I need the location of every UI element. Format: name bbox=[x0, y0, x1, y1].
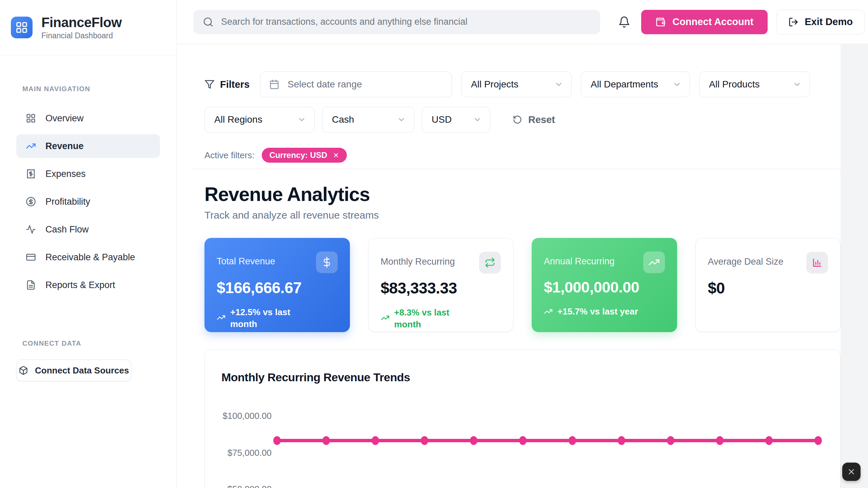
trend-data-point[interactable] bbox=[372, 436, 379, 445]
page-subtitle: Track and analyze all revenue streams bbox=[204, 209, 841, 221]
products-select-value: All Products bbox=[709, 79, 760, 90]
top-header: Connect Account Exit Demo bbox=[176, 0, 868, 44]
trending-up-icon bbox=[217, 313, 225, 322]
regions-select-value: All Regions bbox=[214, 114, 262, 125]
date-range-input[interactable] bbox=[287, 79, 443, 90]
stat-card-label: Annual Recurring bbox=[544, 256, 615, 267]
file-text-icon bbox=[26, 280, 36, 290]
bar-chart-icon bbox=[806, 252, 828, 273]
active-filters-row: Active filters: Currency: USD bbox=[204, 148, 841, 163]
mrr-trend-line bbox=[277, 436, 818, 445]
filters-title: Filters bbox=[220, 79, 250, 90]
departments-select-value: All Departments bbox=[591, 79, 658, 90]
active-filter-badge-currency[interactable]: Currency: USD bbox=[262, 148, 347, 163]
package-icon bbox=[19, 366, 28, 375]
trend-data-point[interactable] bbox=[814, 436, 822, 445]
sidebar-item-label: Cash Flow bbox=[45, 224, 89, 235]
connect-account-label: Connect Account bbox=[672, 16, 753, 27]
stat-card-delta-text: +8.3% vs last month bbox=[394, 307, 466, 330]
global-search[interactable] bbox=[193, 10, 600, 34]
calendar-icon bbox=[269, 79, 279, 89]
trending-up-icon bbox=[381, 313, 390, 322]
y-axis-tick-75k: $75,000.00 bbox=[221, 448, 272, 458]
connect-account-button[interactable]: Connect Account bbox=[641, 10, 768, 34]
app-title: FinanceFlow bbox=[41, 15, 122, 30]
credit-card-icon bbox=[26, 252, 36, 262]
sidebar-item-label: Revenue bbox=[45, 141, 84, 151]
bell-icon bbox=[618, 16, 630, 28]
connect-data-sources-button[interactable]: Connect Data Sources bbox=[16, 360, 131, 381]
stat-card-value: $166,666.67 bbox=[217, 279, 338, 297]
date-range-field[interactable] bbox=[260, 72, 452, 97]
sidebar-item-overview[interactable]: Overview bbox=[16, 106, 160, 130]
section-divider bbox=[192, 169, 841, 169]
sidebar-item-label: Expenses bbox=[45, 169, 86, 179]
trend-data-point[interactable] bbox=[470, 436, 477, 445]
trend-data-point[interactable] bbox=[618, 436, 625, 445]
chevron-down-icon bbox=[554, 80, 563, 89]
connect-data-label: CONNECT DATA bbox=[22, 340, 176, 347]
repeat-icon bbox=[479, 252, 501, 273]
regions-select[interactable]: All Regions bbox=[204, 107, 315, 133]
sidebar-item-revenue[interactable]: Revenue bbox=[16, 134, 160, 158]
filters-caption: Filters bbox=[204, 79, 250, 90]
main-navigation-label: MAIN NAVIGATION bbox=[22, 85, 176, 93]
projects-select[interactable]: All Projects bbox=[461, 72, 572, 97]
trend-data-point[interactable] bbox=[716, 436, 724, 445]
trend-line-segment bbox=[277, 439, 818, 442]
sidebar-item-reports-export[interactable]: Reports & Export bbox=[16, 273, 160, 297]
circle-dollar-icon bbox=[26, 197, 36, 207]
wallet-icon bbox=[655, 17, 666, 27]
floating-close-button[interactable] bbox=[842, 463, 861, 481]
reset-filters-button[interactable]: Reset bbox=[511, 114, 557, 126]
trend-data-point[interactable] bbox=[322, 436, 330, 445]
sidebar-item-label: Overview bbox=[45, 113, 84, 124]
trend-data-point[interactable] bbox=[667, 436, 674, 445]
close-icon[interactable] bbox=[333, 152, 339, 159]
products-select[interactable]: All Products bbox=[699, 72, 810, 97]
stat-card-delta-text: +15.7% vs last year bbox=[557, 306, 638, 318]
filter-funnel-icon bbox=[204, 79, 215, 89]
y-axis-tick-50k: $50,000.00 bbox=[221, 484, 272, 488]
stat-card-label: Monthly Recurring bbox=[381, 257, 455, 267]
sidebar-item-expenses[interactable]: Expenses bbox=[16, 162, 160, 186]
trend-data-point[interactable] bbox=[569, 436, 576, 445]
trending-up-icon bbox=[544, 307, 553, 316]
sidebar-item-label: Reports & Export bbox=[45, 280, 115, 290]
stat-card-delta: +12.5% vs last month bbox=[217, 306, 338, 330]
mrr-trends-chart-card: Monthly Recurring Revenue Trends $100,00… bbox=[204, 349, 841, 488]
trend-data-point[interactable] bbox=[273, 436, 281, 445]
trend-data-point[interactable] bbox=[519, 436, 527, 445]
content-panel: Filters All Projects All Departments All… bbox=[176, 44, 841, 488]
connect-data-sources-label: Connect Data Sources bbox=[35, 365, 129, 376]
app-logo-block: FinanceFlow Financial Dashboard bbox=[0, 0, 176, 55]
stat-cards-row: Total Revenue $166,666.67 +12.5% vs last… bbox=[204, 238, 841, 332]
page-title: Revenue Analytics bbox=[204, 184, 841, 205]
sidebar-item-label: Receivable & Payable bbox=[45, 252, 135, 263]
sidebar-item-receivable-payable[interactable]: Receivable & Payable bbox=[16, 245, 160, 269]
sidebar-item-profitability[interactable]: Profitability bbox=[16, 190, 160, 214]
app-logo-icon bbox=[11, 17, 33, 38]
trending-up-icon bbox=[643, 251, 665, 273]
exit-demo-button[interactable]: Exit Demo bbox=[776, 10, 865, 34]
currency-select[interactable]: USD bbox=[422, 107, 490, 133]
active-filter-badge-label: Currency: USD bbox=[269, 150, 327, 160]
departments-select[interactable]: All Departments bbox=[581, 72, 690, 97]
stat-card-label: Total Revenue bbox=[217, 256, 275, 267]
stat-card-label: Average Deal Size bbox=[708, 257, 784, 267]
trend-data-point[interactable] bbox=[421, 436, 428, 445]
notifications-bell-button[interactable] bbox=[618, 16, 630, 28]
stat-card-delta: +15.7% vs last year bbox=[544, 306, 665, 318]
trend-data-point[interactable] bbox=[765, 436, 773, 445]
chevron-down-icon bbox=[297, 115, 306, 124]
search-input[interactable] bbox=[220, 16, 591, 27]
dollar-sign-icon bbox=[316, 251, 338, 273]
reset-label: Reset bbox=[528, 114, 555, 125]
sidebar-item-cash-flow[interactable]: Cash Flow bbox=[16, 218, 160, 241]
chevron-down-icon bbox=[397, 115, 406, 124]
stat-card-annual-recurring: Annual Recurring $1,000,000.00 +15.7% vs… bbox=[532, 238, 677, 332]
main-area: Filters All Projects All Departments All… bbox=[176, 44, 868, 488]
currency-select-value: USD bbox=[432, 114, 452, 125]
sidebar: FinanceFlow Financial Dashboard MAIN NAV… bbox=[0, 0, 177, 488]
payment-type-select[interactable]: Cash bbox=[322, 107, 414, 133]
